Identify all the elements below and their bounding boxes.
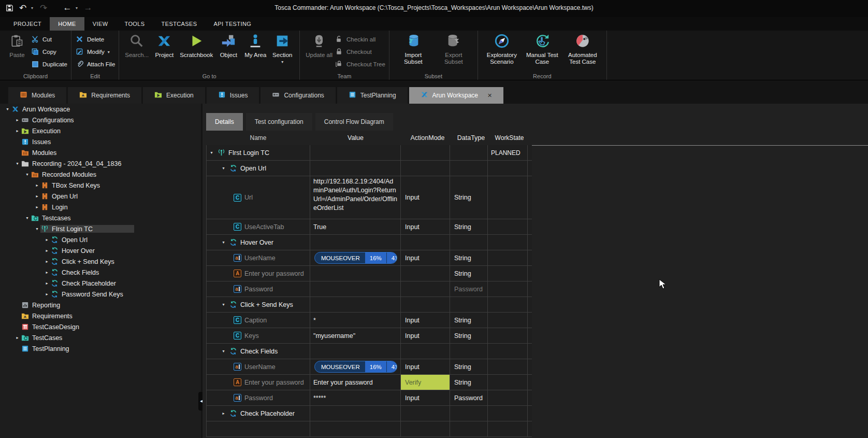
expander-collapsed-icon[interactable]: ▸ — [44, 237, 50, 242]
dropdown-chevron-icon[interactable]: ▾ — [108, 50, 110, 54]
details-tab-test-configuration[interactable]: Test configuration — [246, 113, 312, 131]
ribbon-button-automated-test-case[interactable]: Automated Test Case — [562, 32, 603, 66]
tree-item-testcases[interactable]: ▸TestCases — [0, 332, 201, 343]
grid-row-click-send-keys[interactable]: ▾Click + Send Keys — [206, 297, 532, 313]
doc-tab-modules[interactable]: Modules — [8, 87, 66, 104]
workstate-cell[interactable] — [488, 313, 528, 328]
datatype-cell[interactable]: String — [450, 313, 488, 328]
ribbon-button-import-subset[interactable]: Import Subset — [393, 32, 433, 66]
actionmode-cell[interactable] — [401, 344, 450, 359]
ribbon-button-project[interactable]: Project — [151, 32, 178, 60]
workstate-cell[interactable] — [488, 176, 528, 219]
value-cell[interactable] — [310, 421, 401, 436]
tree-item-open-url[interactable]: ▸Open Url — [0, 234, 201, 245]
workstate-cell[interactable] — [488, 359, 528, 374]
menu-item-testcases[interactable]: TESTCASES — [153, 17, 206, 31]
tree-item-body[interactable]: Open Url — [50, 236, 88, 244]
workstate-cell[interactable]: PLANNED — [488, 145, 528, 160]
value-cell[interactable]: MOUSEOVER16%41% — [310, 250, 401, 265]
expander-expanded-icon[interactable]: ▾ — [221, 166, 226, 171]
tree-item-requirements[interactable]: Requirements — [0, 310, 201, 321]
column-header-actionmode[interactable]: ActionMode — [401, 134, 450, 142]
grid-row-url[interactable]: CUrlhttp://192.168.2.19:2404/AdminPanel/… — [206, 176, 532, 219]
datatype-cell[interactable] — [450, 145, 488, 160]
actionmode-cell[interactable]: Input — [401, 176, 450, 219]
workstate-cell[interactable] — [488, 421, 528, 436]
ribbon-button-manual-test-case[interactable]: Manual Test Case — [522, 32, 562, 66]
datatype-cell[interactable]: String — [450, 359, 488, 374]
datatype-cell[interactable]: String — [450, 375, 488, 390]
actionmode-cell[interactable]: Input — [401, 328, 450, 343]
tree-item-body[interactable]: Check Placeholder — [50, 279, 116, 287]
grid-row-caption[interactable]: CCaption*InputString — [206, 313, 532, 328]
value-cell[interactable]: * — [310, 313, 401, 328]
grid-row-check-placeholder[interactable]: ▸Check Placeholder — [206, 406, 532, 421]
value-cell[interactable] — [310, 281, 401, 296]
tree-item-arun-workspace[interactable]: ▾Arun Workspace — [0, 104, 201, 115]
datatype-cell[interactable]: String — [450, 176, 488, 219]
datatype-cell[interactable]: String — [450, 219, 488, 234]
actionmode-cell[interactable]: Verify — [401, 375, 450, 390]
workstate-cell[interactable] — [488, 328, 528, 343]
tree-item-password-send-keys[interactable]: ▸Password Send Keys — [0, 289, 201, 300]
expander-collapsed-icon[interactable]: ▸ — [44, 259, 50, 264]
value-cell[interactable]: http://192.168.2.19:2404/AdminPanel/Auth… — [310, 176, 401, 219]
actionmode-cell[interactable] — [401, 161, 450, 176]
value-cell[interactable] — [310, 297, 401, 312]
actionmode-cell[interactable]: Input — [401, 390, 450, 405]
expander-collapsed-icon[interactable]: ▸ — [44, 281, 50, 286]
workstate-cell[interactable] — [488, 219, 528, 234]
value-cell[interactable] — [310, 344, 401, 359]
tree-item-body[interactable]: Open Url — [40, 192, 78, 200]
grid-row-keys[interactable]: CKeys"myusername"InputString — [206, 328, 532, 344]
grid-row-empty[interactable] — [206, 421, 532, 437]
tree-item-first-login-tc[interactable]: ▾FIrst Login TC — [0, 223, 201, 234]
tree-item-body[interactable]: TestPlanning — [21, 345, 69, 352]
value-cell[interactable] — [310, 161, 401, 176]
tree-item-body[interactable]: Configurations — [21, 116, 74, 124]
tree-item-body[interactable]: Reporting — [21, 301, 60, 309]
actionmode-cell[interactable] — [401, 297, 450, 312]
menu-item-project[interactable]: PROJECT — [5, 17, 50, 31]
doc-tab-requirements[interactable]: Requirements — [68, 87, 141, 104]
actionmode-cell[interactable] — [401, 421, 450, 436]
expander-expanded-icon[interactable]: ▾ — [24, 172, 31, 177]
datatype-cell[interactable] — [450, 406, 488, 421]
grid-row-password[interactable]: aPasswordPassword — [206, 281, 532, 297]
doc-tab-execution[interactable]: Execution — [143, 87, 205, 104]
ribbon-button-copy[interactable]: Copy — [31, 47, 67, 57]
doc-tab-arun-workspace[interactable]: Arun Workspace✕ — [409, 87, 504, 104]
menu-item-api-testing[interactable]: API TESTING — [206, 17, 260, 31]
expander-collapsed-icon[interactable]: ▸ — [14, 335, 21, 340]
grid-row-useactivetab[interactable]: CUseActiveTabTrueInputString — [206, 219, 532, 235]
actionmode-cell[interactable]: Input — [401, 219, 450, 234]
close-icon[interactable]: ✕ — [487, 92, 492, 99]
actionmode-cell[interactable] — [401, 235, 450, 250]
workstate-cell[interactable] — [488, 406, 528, 421]
expander-expanded-icon[interactable]: ▾ — [24, 216, 31, 220]
expander-collapsed-icon[interactable]: ▸ — [34, 194, 40, 199]
tree-item-testplanning[interactable]: TestPlanning — [0, 343, 201, 354]
value-cell[interactable]: ***** — [310, 390, 401, 405]
datatype-cell[interactable]: String — [450, 250, 488, 265]
datatype-cell[interactable]: String — [450, 266, 488, 281]
actionmode-cell[interactable]: Input — [401, 359, 450, 374]
expander-collapsed-icon[interactable]: ▸ — [34, 183, 40, 188]
tree-item-recording-2024-04-04-1836[interactable]: ▾Recording - 2024_04_04_1836 — [0, 158, 201, 169]
column-header-name[interactable]: Name — [206, 134, 310, 142]
tree-item-body[interactable]: Login — [40, 203, 68, 211]
ribbon-button-modify[interactable]: Modify▾ — [75, 47, 115, 57]
tree-item-body[interactable]: Check Fields — [50, 269, 99, 276]
value-cell[interactable]: MOUSEOVER16%41% — [310, 359, 401, 374]
expander-collapsed-icon[interactable]: ▸ — [34, 205, 40, 209]
actionmode-cell[interactable] — [401, 281, 450, 296]
grid-row-password[interactable]: aPassword*****InputPassword — [206, 390, 532, 406]
grid-row-open-url[interactable]: ▾Open Url — [206, 161, 532, 176]
tree-item-hover-over[interactable]: ▸Hover Over — [0, 245, 201, 256]
column-header-value[interactable]: Value — [310, 133, 401, 143]
ribbon-button-duplicate[interactable]: Duplicate — [31, 59, 67, 69]
value-cell[interactable]: Enter your password — [310, 375, 401, 390]
expander-collapsed-icon[interactable]: ▸ — [44, 270, 50, 275]
tree-item-body[interactable]: TestCases — [21, 334, 62, 342]
datatype-cell[interactable] — [450, 421, 488, 436]
